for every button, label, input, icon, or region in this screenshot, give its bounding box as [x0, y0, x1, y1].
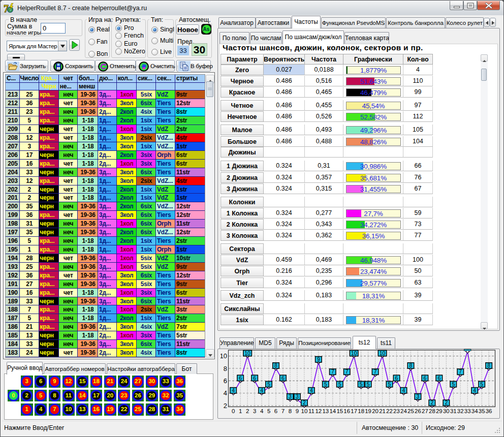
- svg-text:7: 7: [345, 368, 349, 374]
- svg-text:23: 23: [393, 408, 400, 414]
- svg-text:5: 5: [452, 381, 455, 387]
- svg-text:10: 10: [351, 350, 357, 356]
- svg-text:8: 8: [274, 362, 277, 368]
- svg-text:13: 13: [322, 408, 329, 414]
- svg-text:27: 27: [422, 408, 428, 414]
- svg-text:5: 5: [267, 381, 270, 387]
- svg-text:31: 31: [450, 408, 457, 414]
- svg-text:5: 5: [367, 381, 370, 387]
- svg-text:6: 6: [281, 375, 285, 381]
- svg-text:34: 34: [471, 408, 478, 414]
- svg-text:10: 10: [220, 352, 227, 360]
- svg-text:17: 17: [351, 408, 357, 414]
- svg-text:26: 26: [415, 408, 421, 414]
- svg-text:6: 6: [423, 375, 426, 381]
- svg-text:8: 8: [289, 408, 292, 414]
- svg-text:24: 24: [400, 408, 407, 414]
- svg-text:4: 4: [224, 389, 227, 397]
- svg-text:5: 5: [338, 381, 341, 387]
- svg-text:2: 2: [445, 399, 448, 405]
- svg-text:5: 5: [324, 381, 327, 387]
- svg-text:3: 3: [296, 393, 299, 399]
- svg-text:2: 2: [224, 402, 227, 410]
- svg-text:32: 32: [457, 408, 464, 414]
- svg-text:4: 4: [402, 387, 405, 393]
- svg-text:3: 3: [253, 408, 256, 414]
- svg-text:11: 11: [308, 408, 314, 414]
- svg-text:10: 10: [380, 350, 386, 356]
- svg-text:29: 29: [436, 408, 443, 414]
- svg-text:20: 20: [372, 408, 379, 414]
- svg-text:5: 5: [388, 381, 391, 387]
- svg-text:6: 6: [239, 375, 242, 381]
- svg-text:1: 1: [239, 408, 242, 414]
- svg-text:4: 4: [232, 387, 235, 393]
- svg-text:5: 5: [480, 381, 483, 387]
- svg-text:8: 8: [409, 362, 412, 368]
- svg-text:25: 25: [407, 408, 414, 414]
- svg-text:10: 10: [301, 408, 308, 414]
- svg-text:4: 4: [260, 408, 264, 414]
- svg-text:30: 30: [443, 408, 450, 414]
- svg-text:15: 15: [336, 408, 343, 414]
- svg-text:4: 4: [260, 387, 263, 393]
- svg-text:2: 2: [246, 408, 249, 414]
- svg-text:28: 28: [429, 408, 435, 414]
- svg-text:7: 7: [281, 408, 285, 414]
- svg-text:9: 9: [317, 356, 320, 362]
- svg-text:6: 6: [437, 375, 440, 381]
- svg-text:16: 16: [343, 408, 350, 414]
- svg-text:7: 7: [459, 368, 462, 374]
- svg-text:36: 36: [486, 408, 492, 414]
- svg-text:21: 21: [379, 408, 386, 414]
- svg-text:22: 22: [386, 408, 393, 414]
- svg-text:2: 2: [430, 399, 433, 405]
- svg-text:5: 5: [267, 408, 270, 414]
- svg-text:4: 4: [473, 387, 476, 393]
- svg-text:6: 6: [274, 408, 277, 414]
- svg-text:5: 5: [360, 381, 363, 387]
- svg-text:3: 3: [289, 393, 292, 399]
- svg-text:6: 6: [224, 377, 227, 385]
- svg-text:7: 7: [331, 368, 334, 374]
- svg-text:4: 4: [310, 387, 313, 393]
- svg-text:3: 3: [416, 393, 419, 399]
- svg-text:6: 6: [253, 375, 256, 381]
- svg-text:10: 10: [244, 350, 250, 356]
- svg-text:19: 19: [365, 408, 371, 414]
- svg-text:9: 9: [296, 408, 299, 414]
- svg-text:0: 0: [232, 408, 235, 414]
- svg-text:12: 12: [315, 408, 322, 414]
- svg-text:33: 33: [464, 408, 471, 414]
- svg-text:8: 8: [487, 362, 490, 368]
- svg-text:2: 2: [303, 399, 306, 405]
- svg-text:18: 18: [358, 408, 364, 414]
- svg-text:35: 35: [479, 408, 485, 414]
- svg-text:8: 8: [224, 365, 227, 372]
- svg-text:7: 7: [374, 368, 377, 374]
- svg-text:14: 14: [329, 408, 336, 414]
- svg-text:6: 6: [395, 375, 398, 381]
